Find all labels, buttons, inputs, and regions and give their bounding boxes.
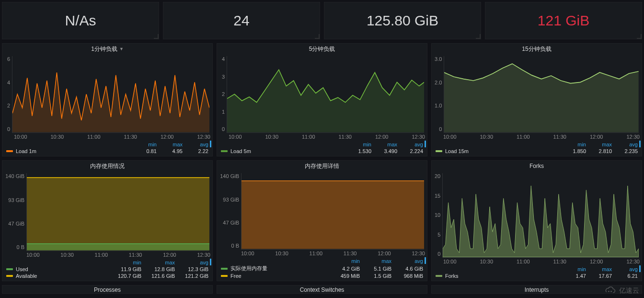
- svg-rect-4: [242, 181, 424, 249]
- stat-value: N/As: [65, 12, 96, 29]
- legend-name: Load 1m: [16, 148, 36, 154]
- chart-panel-mem-detail[interactable]: 内存使用详情 140 GiB93 GiB47 GiB0 B 10:0010:30…: [217, 160, 427, 281]
- watermark: 亿速云: [604, 286, 639, 295]
- legend-row[interactable]: Free 459 MiB1.5 GiB968 MiB: [221, 272, 423, 279]
- svg-rect-0: [27, 178, 209, 250]
- legend-name: Available: [16, 273, 37, 279]
- chart-body: 3.02.01.00: [432, 53, 642, 133]
- legend-name: Forks: [445, 273, 459, 279]
- chart-panel-forks[interactable]: Forks 20151050 10:0010:3011:0011:3012:00…: [431, 160, 642, 281]
- plot-area[interactable]: [26, 173, 209, 251]
- panel-title[interactable]: 内存使用情况: [2, 161, 212, 170]
- legend-name: Load 5m: [230, 148, 251, 154]
- chart-panel-mem-usage[interactable]: 内存使用情况 140 GiB93 GiB47 GiB0 B 10:0010:30…: [2, 160, 213, 281]
- x-axis: 10:0010:3011:0011:3012:0012:30: [2, 133, 212, 141]
- panel-title-text: Forks: [529, 163, 544, 169]
- panel-title[interactable]: 内存使用详情: [217, 161, 427, 170]
- stat-value: 24: [233, 12, 249, 29]
- panel-title[interactable]: Forks: [432, 161, 642, 170]
- chart-panel-processes[interactable]: Processes: [2, 285, 213, 294]
- stat-panel-cores[interactable]: 24: [163, 2, 320, 39]
- stat-panel-total-mem[interactable]: 125.80 GiB: [324, 2, 481, 39]
- chart-panel-load1[interactable]: 1分钟负载 ▼ 6420 10:0010:3011:0011:3012:0012…: [2, 43, 213, 156]
- y-axis: 43210: [220, 56, 227, 133]
- y-axis: 6420: [5, 56, 12, 133]
- plot-area[interactable]: [12, 56, 209, 133]
- legend-row[interactable]: Forks 1.4717.676.21: [436, 272, 638, 279]
- stat-panel-uptime[interactable]: N/As: [2, 2, 159, 39]
- chart-body: 140 GiB93 GiB47 GiB0 B: [2, 170, 212, 251]
- svg-point-7: [610, 291, 612, 292]
- svg-rect-2: [27, 244, 209, 250]
- legend-row[interactable]: Used 11.9 GiB12.8 GiB12.3 GiB: [6, 265, 208, 272]
- chevron-down-icon: ▼: [119, 47, 124, 52]
- chart-panel-load15[interactable]: 15分钟负载 3.02.01.00 10:0010:3011:0011:3012…: [431, 43, 642, 156]
- legend: minmaxavg Load 5m 1.5303.4902.224: [217, 141, 427, 156]
- legend-row[interactable]: 实际使用内存量 4.2 GiB5.1 GiB4.6 GiB: [221, 264, 423, 272]
- plot-area[interactable]: [444, 56, 639, 133]
- legend: minmaxavg Load 15m 1.8502.8102.235: [432, 141, 642, 156]
- chart-panel-context-switches[interactable]: Context Switches: [217, 285, 427, 294]
- panel-title[interactable]: 15分钟负载: [432, 44, 642, 53]
- chart-body: 140 GiB93 GiB47 GiB0 B: [217, 170, 427, 250]
- plot-area[interactable]: [227, 56, 424, 133]
- legend-row[interactable]: Available 120.7 GiB121.6 GiB121.2 GiB: [6, 272, 208, 279]
- color-swatch: [6, 275, 13, 277]
- legend-row[interactable]: Load 1m 0.814.952.22: [6, 147, 208, 154]
- stat-value: 125.80 GiB: [367, 12, 438, 29]
- color-swatch: [436, 275, 442, 277]
- panel-title[interactable]: 1分钟负载 ▼: [2, 44, 212, 53]
- color-swatch: [221, 268, 228, 270]
- dashboard-grid: N/As 24 125.80 GiB 121 GiB 1分钟负载 ▼ 6420: [0, 0, 644, 296]
- chart-body: 6420: [2, 53, 212, 133]
- panel-title-text: 1分钟负载: [91, 46, 117, 52]
- resize-handle-icon[interactable]: [637, 34, 642, 39]
- x-axis: 10:0010:3011:0011:3012:0012:30: [432, 133, 642, 141]
- stat-panel-free-mem[interactable]: 121 GiB: [485, 2, 642, 39]
- panel-title[interactable]: Processes: [2, 286, 212, 294]
- resize-handle-icon[interactable]: [154, 34, 159, 39]
- chart-body: 20151050: [432, 170, 642, 258]
- panel-title-text: 5分钟负载: [309, 46, 335, 52]
- x-axis: 10:0010:3011:0011:3012:0012:30: [2, 251, 212, 259]
- x-axis: 10:0010:3011:0011:3012:0012:30: [432, 258, 642, 265]
- panel-title-text: Interrupts: [525, 286, 549, 293]
- x-axis: 10:0010:3011:0011:3012:0012:30: [217, 133, 427, 141]
- legend-name: Used: [16, 266, 28, 272]
- legend: minmaxavg Forks 1.4717.676.21: [432, 265, 642, 281]
- svg-point-6: [608, 291, 610, 292]
- legend-row[interactable]: Load 5m 1.5303.4902.224: [221, 147, 423, 154]
- legend-row[interactable]: Load 15m 1.8502.8102.235: [436, 147, 638, 154]
- panel-title[interactable]: Context Switches: [217, 286, 427, 294]
- legend: minmaxavg Load 1m 0.814.952.22: [2, 141, 212, 156]
- legend-name: Load 15m: [445, 148, 469, 154]
- y-axis: 140 GiB93 GiB47 GiB0 B: [220, 173, 241, 250]
- panel-title-text: 15分钟负载: [522, 46, 551, 52]
- panel-title[interactable]: 5分钟负载: [217, 44, 427, 53]
- color-swatch: [6, 268, 13, 270]
- watermark-text: 亿速云: [619, 286, 639, 295]
- legend-name: Free: [230, 273, 242, 279]
- legend: minmaxavg Used 11.9 GiB12.8 GiB12.3 GiB …: [2, 259, 212, 281]
- y-axis: 3.02.01.00: [435, 56, 444, 133]
- color-swatch: [6, 150, 13, 152]
- color-swatch: [221, 150, 228, 152]
- stat-value: 121 GiB: [538, 12, 589, 29]
- color-swatch: [436, 150, 442, 152]
- chart-panel-load5[interactable]: 5分钟负载 43210 10:0010:3011:0011:3012:0012:…: [217, 43, 427, 156]
- legend: minmaxavg 实际使用内存量 4.2 GiB5.1 GiB4.6 GiB …: [217, 257, 427, 281]
- chart-body: 43210: [217, 53, 427, 133]
- resize-handle-icon[interactable]: [315, 34, 320, 39]
- resize-handle-icon[interactable]: [476, 34, 481, 39]
- y-axis: 20151050: [435, 173, 442, 258]
- cloud-icon: [604, 286, 616, 295]
- panel-title-text: Context Switches: [300, 286, 345, 293]
- y-axis: 140 GiB93 GiB47 GiB0 B: [5, 173, 26, 251]
- panel-title-text: 内存使用详情: [305, 163, 339, 169]
- plot-area[interactable]: [442, 173, 639, 258]
- panel-title-text: 内存使用情况: [90, 163, 125, 169]
- panel-title-text: Processes: [94, 286, 121, 293]
- x-axis: 10:0010:3011:0011:3012:0012:30: [217, 250, 427, 257]
- plot-area[interactable]: [241, 173, 424, 250]
- legend-name: 实际使用内存量: [230, 265, 267, 272]
